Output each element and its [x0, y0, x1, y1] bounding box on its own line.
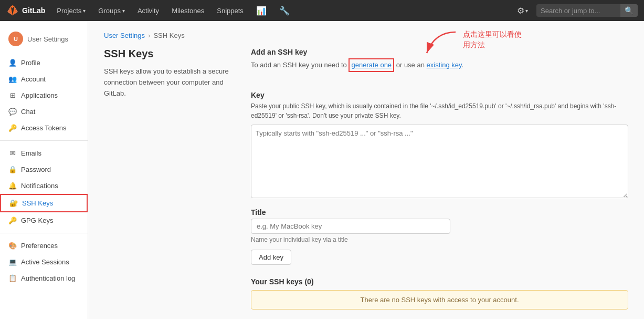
nav-projects[interactable]: Projects ▾ [51, 0, 91, 21]
sidebar-item-access-tokens[interactable]: 🔑 Access Tokens [0, 120, 88, 136]
sidebar-label-applications: Applications [21, 91, 58, 99]
sidebar-item-active-sessions[interactable]: 💻 Active Sessions [0, 254, 88, 270]
sidebar-divider-1 [0, 140, 88, 141]
settings-caret-icon: ▾ [525, 8, 528, 14]
sidebar-item-preferences[interactable]: 🎨 Preferences [0, 238, 88, 254]
notifications-icon: 🔔 [8, 182, 17, 190]
nav-chart-icon[interactable]: 📊 [251, 0, 272, 21]
nav-wrench-icon[interactable]: 🔧 [274, 0, 295, 21]
nav-groups[interactable]: Groups ▾ [93, 0, 130, 21]
groups-caret-icon: ▾ [122, 8, 125, 14]
add-ssh-key-subtitle: To add an SSH key you need to generate o… [251, 58, 628, 72]
key-hint: Paste your public SSH key, which is usua… [251, 101, 628, 120]
authentication-log-icon: 📋 [8, 274, 17, 282]
layout: U User Settings 👤 Profile 👥 Account ⊞ Ap… [0, 21, 644, 319]
breadcrumb: User Settings › SSH Keys [104, 32, 628, 39]
preferences-icon: 🎨 [8, 242, 17, 250]
breadcrumb-parent-link[interactable]: User Settings [104, 32, 145, 39]
sidebar-label-profile: Profile [21, 59, 40, 67]
account-icon: 👥 [8, 75, 17, 83]
sidebar-label-gpg-keys: GPG Keys [21, 217, 53, 224]
nav-milestones[interactable]: Milestones [166, 0, 209, 21]
sidebar-item-password[interactable]: 🔒 Password [0, 161, 88, 178]
generate-link-highlight: generate one [349, 58, 394, 72]
content-grid: SSH Keys SSH keys allow you to establish… [104, 48, 628, 310]
page-title: SSH Keys [104, 48, 230, 60]
content-right: Add an SSH key To add an SSH key you nee… [251, 48, 628, 310]
no-keys-alert: There are no SSH keys with access to you… [251, 290, 628, 310]
navbar: GitLab Projects ▾ Groups ▾ Activity Mile… [0, 0, 644, 21]
applications-icon: ⊞ [8, 91, 17, 99]
profile-icon: 👤 [8, 59, 17, 67]
content-left: SSH Keys SSH keys allow you to establish… [104, 48, 230, 310]
sidebar-header: U User Settings [0, 27, 88, 55]
password-icon: 🔒 [8, 166, 17, 173]
sidebar-item-account[interactable]: 👥 Account [0, 71, 88, 87]
settings-dropdown-button[interactable]: ⚙ ▾ [513, 0, 532, 21]
your-ssh-keys-title: Your SSH keys (0) [251, 277, 628, 286]
nav-snippets[interactable]: Snippets [212, 0, 249, 21]
emails-icon: ✉ [8, 149, 17, 157]
access-tokens-icon: 🔑 [8, 124, 17, 132]
sidebar: U User Settings 👤 Profile 👥 Account ⊞ Ap… [0, 21, 88, 319]
sidebar-item-ssh-keys[interactable]: 🔐 SSH Keys [0, 194, 88, 212]
key-label: Key [251, 91, 628, 99]
sidebar-item-profile[interactable]: 👤 Profile [0, 55, 88, 71]
sidebar-label-notifications: Notifications [21, 182, 58, 190]
nav-activity[interactable]: Activity [132, 0, 164, 21]
sidebar-item-emails[interactable]: ✉ Emails [0, 145, 88, 161]
breadcrumb-current: SSH Keys [153, 32, 184, 39]
navbar-right: ⚙ ▾ 🔍 [513, 0, 638, 21]
projects-caret-icon: ▾ [83, 8, 86, 14]
add-ssh-key-title: Add an SSH key [251, 48, 628, 56]
chat-icon: 💬 [8, 108, 17, 116]
gitlab-logo-icon [6, 4, 19, 17]
sidebar-label-account: Account [21, 75, 46, 83]
main-content: User Settings › SSH Keys SSH Keys SSH ke… [88, 21, 644, 319]
ssh-keys-icon: 🔐 [9, 199, 18, 207]
add-key-button[interactable]: Add key [251, 250, 291, 265]
settings-icon: ⚙ [517, 6, 524, 16]
sidebar-label-active-sessions: Active Sessions [21, 258, 69, 266]
sidebar-label-preferences: Preferences [21, 242, 58, 250]
generate-link[interactable]: generate one [351, 61, 392, 69]
sidebar-label-ssh-keys: SSH Keys [22, 199, 53, 207]
sidebar-item-authentication-log[interactable]: 📋 Authentication log [0, 270, 88, 286]
add-ssh-key-section: Add an SSH key To add an SSH key you nee… [251, 48, 628, 78]
sidebar-label-emails: Emails [21, 149, 41, 157]
sidebar-item-applications[interactable]: ⊞ Applications [0, 87, 88, 104]
ssh-keys-section: Your SSH keys (0) There are no SSH keys … [251, 277, 628, 310]
gpg-keys-icon: 🔑 [8, 217, 17, 224]
page-description: SSH keys allow you to establish a secure… [104, 66, 230, 99]
sidebar-item-chat[interactable]: 💬 Chat [0, 104, 88, 120]
search-button[interactable]: 🔍 [620, 4, 638, 17]
sidebar-divider-2 [0, 233, 88, 233]
active-sessions-icon: 💻 [8, 258, 17, 266]
existing-key-link[interactable]: existing key [427, 61, 462, 69]
sidebar-label-password: Password [21, 166, 51, 173]
sidebar-label-chat: Chat [21, 108, 35, 116]
sidebar-item-gpg-keys[interactable]: 🔑 GPG Keys [0, 212, 88, 229]
sidebar-item-notifications[interactable]: 🔔 Notifications [0, 178, 88, 194]
search-box: 🔍 [536, 4, 638, 17]
title-input[interactable] [251, 219, 450, 234]
brand-label: GitLab [22, 6, 45, 15]
sidebar-label-authentication-log: Authentication log [21, 274, 75, 282]
sidebar-title: User Settings [27, 35, 68, 43]
sidebar-label-access-tokens: Access Tokens [21, 124, 66, 132]
title-hint: Name your individual key via a title [251, 236, 628, 243]
avatar: U [8, 32, 23, 46]
breadcrumb-separator: › [148, 32, 150, 39]
title-form-label: Title [251, 208, 628, 217]
brand[interactable]: GitLab [6, 4, 45, 17]
key-textarea[interactable] [251, 125, 628, 198]
search-input[interactable] [536, 5, 620, 17]
